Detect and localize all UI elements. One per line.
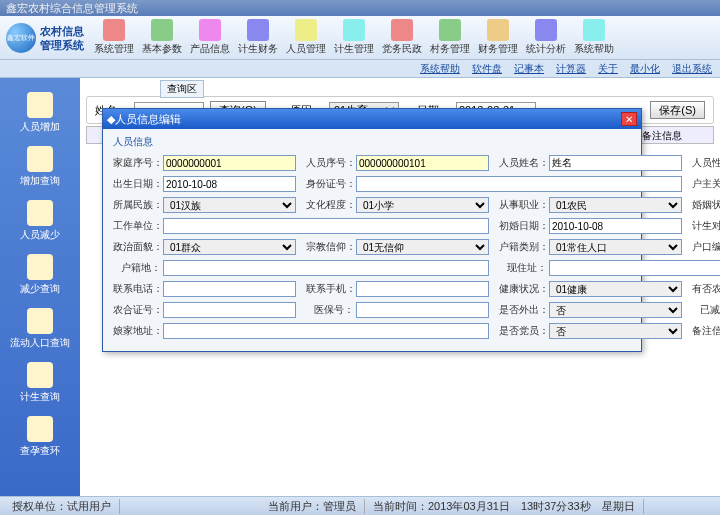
person-name-input[interactable] (549, 155, 682, 171)
logo-badge: 鑫宏软件 (6, 23, 36, 53)
toolbar-2[interactable]: 产品信息 (186, 17, 234, 58)
toolbar-label: 人员管理 (286, 42, 326, 56)
sidebar-icon (27, 146, 53, 172)
current-addr-label: 现住址： (499, 261, 547, 275)
education-input[interactable]: 01小学 (356, 197, 489, 213)
work-unit-input[interactable] (163, 218, 489, 234)
close-icon[interactable]: ✕ (621, 112, 637, 126)
toolbar-5[interactable]: 计生管理 (330, 17, 378, 58)
spouse-addr-label: 娘家地址： (113, 324, 161, 338)
dialog-titlebar[interactable]: ◆ 人员信息编辑 ✕ (103, 109, 641, 129)
sidebar-icon (27, 362, 53, 388)
mobile-input[interactable] (356, 281, 489, 297)
household-addr-input[interactable] (163, 260, 489, 276)
sidebar: 人员增加增加查询人员减少减少查询流动人口查询计生查询查孕查环 (0, 78, 80, 496)
coop-no-label: 农合证号： (113, 303, 161, 317)
job: 从事职业：01农民 (499, 197, 682, 213)
education-label: 文化程度： (306, 198, 354, 212)
birth-input[interactable] (163, 176, 296, 192)
toolbar-label: 产品信息 (190, 42, 230, 56)
link-6[interactable]: 退出系统 (672, 62, 712, 76)
toolbar-10[interactable]: 系统帮助 (570, 17, 618, 58)
link-0[interactable]: 系统帮助 (420, 62, 460, 76)
phone-input[interactable] (163, 281, 296, 297)
relation: 户主关系：01本人 (692, 176, 720, 192)
section-label: 人员信息 (113, 135, 631, 149)
toolbar-label: 财务管理 (478, 42, 518, 56)
work-unit: 工作单位： (113, 218, 489, 234)
spouse-addr-input[interactable] (163, 323, 489, 339)
toolbar-1[interactable]: 基本参数 (138, 17, 186, 58)
toolbar-icon (583, 19, 605, 41)
id-no: 身份证号： (306, 176, 682, 192)
sidebar-item-6[interactable]: 查孕查环 (0, 410, 80, 464)
sidebar-item-1[interactable]: 增加查询 (0, 140, 80, 194)
is-reduced-label: 已减少： (692, 303, 720, 317)
plan: 计生对象：01上环 (692, 218, 720, 234)
header-toolbar: 鑫宏软件 农村信息管理系统 系统管理基本参数产品信息计生财务人员管理计生管理党务… (0, 16, 720, 60)
is-out-input[interactable]: 否 (549, 302, 682, 318)
sex: 人员性别：男 (692, 155, 720, 171)
family-no-input[interactable] (163, 155, 296, 171)
medical-no-input[interactable] (356, 302, 489, 318)
window-titlebar: 鑫宏农村综合信息管理系统 (0, 0, 720, 16)
medical-no-label: 医保号： (306, 303, 354, 317)
link-2[interactable]: 记事本 (514, 62, 544, 76)
person-no-input[interactable] (356, 155, 489, 171)
link-4[interactable]: 关于 (598, 62, 618, 76)
sidebar-item-2[interactable]: 人员减少 (0, 194, 80, 248)
nation-input[interactable]: 01汉族 (163, 197, 296, 213)
is-party-input[interactable]: 否 (549, 323, 682, 339)
first-marry-label: 初婚日期： (499, 219, 547, 233)
political-input[interactable]: 01群众 (163, 239, 296, 255)
logo-text: 农村信息管理系统 (40, 24, 84, 52)
sidebar-item-4[interactable]: 流动人口查询 (0, 302, 80, 356)
household-code: 户口编号： (692, 239, 720, 255)
toolbar-3[interactable]: 计生财务 (234, 17, 282, 58)
medical-no: 医保号： (306, 302, 489, 318)
id-no-input[interactable] (356, 176, 682, 192)
is-party-label: 是否党员： (499, 324, 547, 338)
toolbar-label: 计生财务 (238, 42, 278, 56)
toolbar-6[interactable]: 党务民政 (378, 17, 426, 58)
sidebar-item-3[interactable]: 减少查询 (0, 248, 80, 302)
dialog-bullet-icon: ◆ (107, 113, 115, 126)
phone-label: 联系电话： (113, 282, 161, 296)
remark: 备注信息： (692, 323, 720, 339)
first-marry-input[interactable] (549, 218, 682, 234)
family-no-label: 家庭序号： (113, 156, 161, 170)
religion-input[interactable]: 01无信仰 (356, 239, 489, 255)
household-type: 户籍类别：01常住人口 (499, 239, 682, 255)
sidebar-label: 流动人口查询 (10, 336, 70, 350)
health-label: 健康状况： (499, 282, 547, 296)
job-input[interactable]: 01农民 (549, 197, 682, 213)
toolbar-label: 村务管理 (430, 42, 470, 56)
toolbar-7[interactable]: 村务管理 (426, 17, 474, 58)
sidebar-item-5[interactable]: 计生查询 (0, 356, 80, 410)
toolbar-9[interactable]: 统计分析 (522, 17, 570, 58)
toolbar-icon (439, 19, 461, 41)
save-button[interactable]: 保存(S) (650, 101, 705, 119)
toolbar-icon (535, 19, 557, 41)
link-5[interactable]: 最小化 (630, 62, 660, 76)
logo: 鑫宏软件 农村信息管理系统 (0, 23, 90, 53)
household-type-input[interactable]: 01常住人口 (549, 239, 682, 255)
toolbar-label: 计生管理 (334, 42, 374, 56)
health: 健康状况：01健康 (499, 281, 682, 297)
current-addr-input[interactable] (549, 260, 720, 276)
is-reduced: 已减少：否 (692, 302, 720, 318)
education: 文化程度：01小学 (306, 197, 489, 213)
coop-no-input[interactable] (163, 302, 296, 318)
sidebar-item-0[interactable]: 人员增加 (0, 86, 80, 140)
toolbar-4[interactable]: 人员管理 (282, 17, 330, 58)
coop: 有否农合：有 (692, 281, 720, 297)
link-3[interactable]: 计算器 (556, 62, 586, 76)
marry: 婚姻状况：01未婚 (692, 197, 720, 213)
toolbar-0[interactable]: 系统管理 (90, 17, 138, 58)
nation: 所属民族：01汉族 (113, 197, 296, 213)
link-1[interactable]: 软件盘 (472, 62, 502, 76)
person-no: 人员序号： (306, 155, 489, 171)
toolbar-8[interactable]: 财务管理 (474, 17, 522, 58)
health-input[interactable]: 01健康 (549, 281, 682, 297)
link-bar: 系统帮助软件盘记事本计算器关于最小化退出系统 (0, 60, 720, 78)
